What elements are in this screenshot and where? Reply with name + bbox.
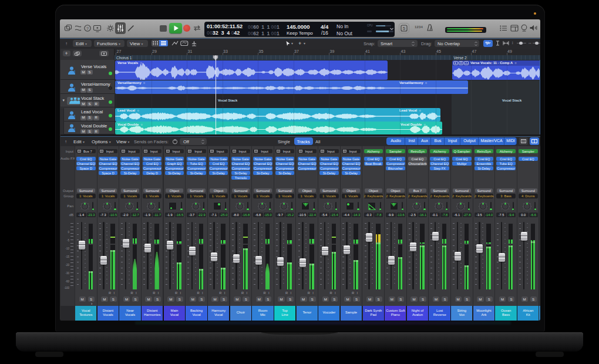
svg-text:?: ? [86,26,89,31]
svg-text:A: A [460,61,462,65]
svg-text:5: 5 [403,26,405,31]
